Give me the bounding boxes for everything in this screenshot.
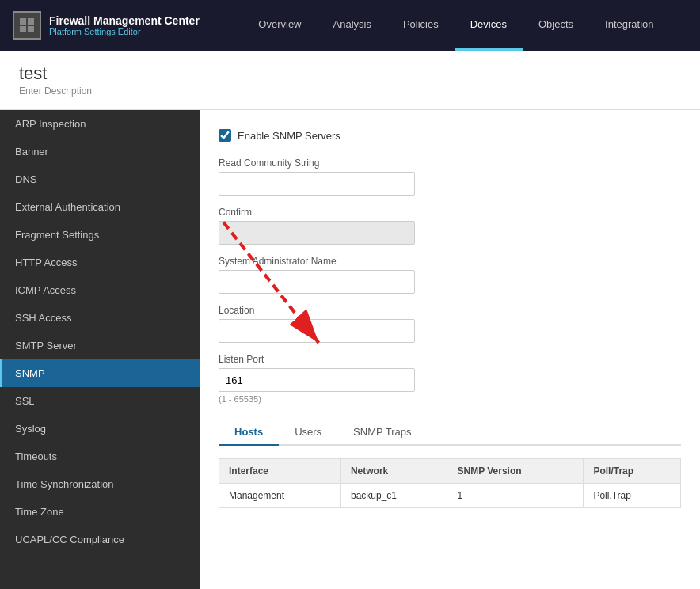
brand-area: Firewall Management Center Platform Sett…: [13, 11, 200, 40]
nav-analysis[interactable]: Analysis: [318, 0, 387, 51]
cell-network: backup_c1: [340, 484, 447, 508]
snmp-tabs: Hosts Users SNMP Traps: [219, 420, 681, 446]
top-navigation: Firewall Management Center Platform Sett…: [0, 0, 700, 51]
sys-admin-input[interactable]: [219, 270, 415, 294]
sidebar-item-smtp-server[interactable]: SMTP Server: [0, 332, 200, 359]
sidebar-item-time-zone[interactable]: Time Zone: [0, 498, 200, 526]
sidebar-item-arp-inspection[interactable]: ARP Inspection: [0, 110, 200, 138]
enable-snmp-label: Enable SNMP Servers: [238, 130, 340, 142]
nav-menu: Overview Analysis Policies Devices Objec…: [225, 0, 687, 51]
sidebar-item-snmp[interactable]: SNMP: [0, 359, 200, 387]
page-description: Enter Description: [19, 86, 681, 97]
listen-port-hint: (1 - 65535): [219, 394, 681, 404]
read-community-group: Read Community String: [219, 158, 681, 196]
svg-rect-3: [28, 26, 34, 32]
confirm-input[interactable]: [219, 221, 415, 245]
cell-interface: Management: [219, 484, 341, 508]
svg-rect-0: [20, 18, 26, 25]
sidebar-item-external-auth[interactable]: External Authentication: [0, 193, 200, 221]
content-area: Enable SNMP Servers Read Community Strin…: [200, 110, 700, 589]
sidebar-item-syslog[interactable]: Syslog: [0, 415, 200, 443]
sidebar-item-fragment-settings[interactable]: Fragment Settings: [0, 221, 200, 249]
svg-rect-1: [28, 18, 34, 25]
nav-objects[interactable]: Objects: [523, 0, 589, 51]
location-label: Location: [219, 305, 681, 316]
tab-snmp-traps[interactable]: SNMP Traps: [337, 420, 427, 446]
sidebar-item-ssl[interactable]: SSL: [0, 387, 200, 415]
svg-rect-2: [20, 26, 26, 32]
sys-admin-label: System Administrator Name: [219, 256, 681, 267]
sidebar-item-ssh-access[interactable]: SSH Access: [0, 304, 200, 332]
sidebar-item-dns[interactable]: DNS: [0, 165, 200, 193]
sidebar-item-banner[interactable]: Banner: [0, 138, 200, 165]
sidebar-item-icmp-access[interactable]: ICMP Access: [0, 276, 200, 304]
brand-logo: [13, 11, 41, 40]
tab-hosts[interactable]: Hosts: [219, 420, 279, 446]
listen-port-label: Listen Port: [219, 354, 681, 365]
nav-devices[interactable]: Devices: [455, 0, 523, 51]
main-layout: ARP Inspection Banner DNS External Authe…: [0, 110, 700, 589]
listen-port-input[interactable]: [219, 368, 415, 392]
sidebar-item-time-sync[interactable]: Time Synchronization: [0, 470, 200, 498]
col-poll-trap: Poll/Trap: [584, 459, 681, 484]
sidebar-item-ucapl[interactable]: UCAPL/CC Compliance: [0, 526, 200, 553]
listen-port-group: Listen Port (1 - 65535): [219, 354, 681, 404]
brand-text: Firewall Management Center Platform Sett…: [49, 14, 200, 36]
location-group: Location: [219, 305, 681, 343]
nav-policies[interactable]: Policies: [387, 0, 455, 51]
page-title: test: [19, 63, 681, 84]
app-title: Firewall Management Center: [49, 14, 200, 27]
cell-poll-trap: Poll,Trap: [584, 484, 681, 508]
col-snmp-version: SNMP Version: [447, 459, 584, 484]
confirm-label: Confirm: [219, 207, 681, 218]
read-community-input[interactable]: [219, 172, 415, 196]
sys-admin-group: System Administrator Name: [219, 256, 681, 294]
nav-integration[interactable]: Integration: [589, 0, 669, 51]
hosts-table: Interface Network SNMP Version Poll/Trap…: [219, 458, 681, 508]
col-interface: Interface: [219, 459, 341, 484]
location-input[interactable]: [219, 319, 415, 343]
confirm-group: Confirm: [219, 207, 681, 245]
page-header: test Enter Description: [0, 51, 700, 110]
sidebar-item-http-access[interactable]: HTTP Access: [0, 249, 200, 276]
sidebar-item-timeouts[interactable]: Timeouts: [0, 443, 200, 470]
enable-snmp-checkbox[interactable]: [219, 129, 231, 142]
app-subtitle: Platform Settings Editor: [49, 27, 200, 36]
col-network: Network: [340, 459, 447, 484]
table-row: Management backup_c1 1 Poll,Trap: [219, 484, 681, 508]
enable-snmp-row: Enable SNMP Servers: [219, 129, 681, 142]
nav-overview[interactable]: Overview: [242, 0, 317, 51]
cell-snmp-version: 1: [447, 484, 584, 508]
tab-users[interactable]: Users: [279, 420, 337, 446]
read-community-label: Read Community String: [219, 158, 681, 169]
sidebar: ARP Inspection Banner DNS External Authe…: [0, 110, 200, 589]
